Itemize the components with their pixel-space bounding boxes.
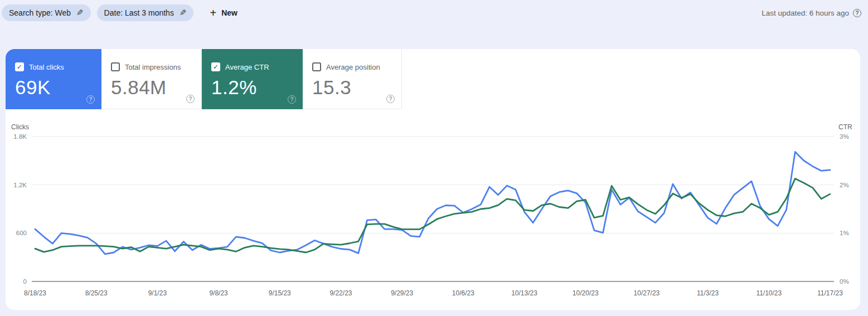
right-axis-tick: 3% — [840, 133, 849, 140]
last-updated-text: Last updated: 6 hours ago — [762, 9, 849, 17]
metric-tile-header: Average position — [312, 62, 401, 71]
search-type-chip[interactable]: Search type: Web ✎ — [2, 4, 91, 21]
help-icon[interactable]: ? — [853, 9, 861, 17]
date-filter-chip-label: Date: Last 3 months — [104, 8, 174, 17]
x-axis-date-label: 9/15/23 — [269, 289, 291, 297]
metric-tile-total-clicks[interactable]: ✓ Total clicks 69K ? — [6, 49, 101, 109]
date-filter-chip[interactable]: Date: Last 3 months ✎ — [97, 4, 194, 21]
checkmark-icon: ✓ — [213, 64, 219, 70]
x-axis-date-label: 10/27/23 — [634, 289, 660, 297]
help-icon[interactable]: ? — [386, 95, 395, 103]
metric-tile-average-ctr[interactable]: ✓ Average CTR 1.2% ? — [202, 49, 303, 109]
metric-label: Average CTR — [225, 63, 269, 71]
x-axis-date-label: 10/6/23 — [452, 289, 474, 297]
edit-pencil-icon: ✎ — [180, 8, 187, 18]
metric-tile-total-impressions[interactable]: Total impressions 5.84M ? — [101, 49, 202, 109]
x-axis-date-label: 10/13/23 — [511, 289, 537, 297]
checkmark-icon: ✓ — [17, 64, 22, 70]
left-axis-tick: 0 — [23, 278, 27, 285]
left-axis-tick: 1.2K — [13, 182, 27, 188]
x-axis-date-label: 11/17/23 — [817, 289, 843, 297]
right-axis-tick: 1% — [840, 230, 849, 236]
edit-pencil-icon: ✎ — [76, 8, 84, 18]
performance-panel: ✓ Total clicks 69K ? Total impressions 5… — [6, 49, 860, 310]
metric-tile-header: Total impressions — [111, 62, 201, 71]
metric-value: 1.2% — [211, 76, 303, 99]
topbar: Search type: Web ✎ Date: Last 3 months ✎… — [0, 0, 868, 26]
left-axis-title: Clicks — [11, 123, 29, 131]
right-axis-title: CTR — [838, 123, 852, 131]
new-filter-button[interactable]: + New — [210, 7, 237, 18]
checkbox-unchecked-icon[interactable] — [111, 62, 120, 71]
x-axis-date-label: 8/25/23 — [85, 289, 108, 297]
x-axis-date-label: 11/10/23 — [756, 289, 782, 297]
metric-tile-header: ✓ Average CTR — [211, 62, 303, 71]
checkbox-unchecked-icon[interactable] — [312, 62, 321, 71]
metric-tiles: ✓ Total clicks 69K ? Total impressions 5… — [6, 49, 860, 109]
help-icon[interactable]: ? — [288, 95, 296, 104]
x-axis-date-label: 8/18/23 — [24, 289, 46, 297]
checkbox-checked-icon[interactable]: ✓ — [211, 62, 220, 71]
metric-label: Average position — [326, 63, 380, 71]
total-clicks-line — [35, 152, 830, 254]
x-axis-date-label: 9/1/23 — [148, 289, 167, 297]
help-icon[interactable]: ? — [86, 95, 95, 104]
right-axis-tick: 0% — [840, 278, 849, 285]
x-axis-date-label: 9/29/23 — [391, 289, 413, 297]
left-axis-tick: 1.8K — [13, 133, 27, 140]
metric-label: Total clicks — [29, 63, 64, 71]
new-filter-button-label: New — [221, 8, 237, 17]
right-axis-tick: 2% — [840, 182, 849, 188]
x-axis-date-label: 9/8/23 — [209, 289, 228, 297]
search-type-chip-label: Search type: Web — [9, 8, 71, 17]
metric-tile-header: ✓ Total clicks — [15, 62, 101, 71]
average-ctr-line — [35, 178, 830, 252]
metric-label: Total impressions — [125, 63, 181, 71]
left-axis-tick: 600 — [16, 230, 27, 236]
last-updated-status: Last updated: 6 hours ago ? — [762, 9, 861, 17]
x-axis-date-label: 11/3/23 — [697, 289, 719, 297]
x-axis-date-label: 9/22/23 — [329, 289, 352, 297]
plus-icon: + — [210, 7, 216, 18]
help-icon[interactable]: ? — [186, 95, 195, 103]
clicks-ctr-line-chart: ClicksCTR06001.2K1.8K0%1%2%3%8/18/238/25… — [6, 109, 860, 310]
clicks-ctr-chart: ClicksCTR06001.2K1.8K0%1%2%3%8/18/238/25… — [6, 109, 860, 310]
x-axis-date-label: 10/20/23 — [573, 289, 599, 297]
metric-tile-average-position[interactable]: Average position 15.3 ? — [303, 49, 402, 109]
checkbox-checked-icon[interactable]: ✓ — [15, 62, 24, 71]
